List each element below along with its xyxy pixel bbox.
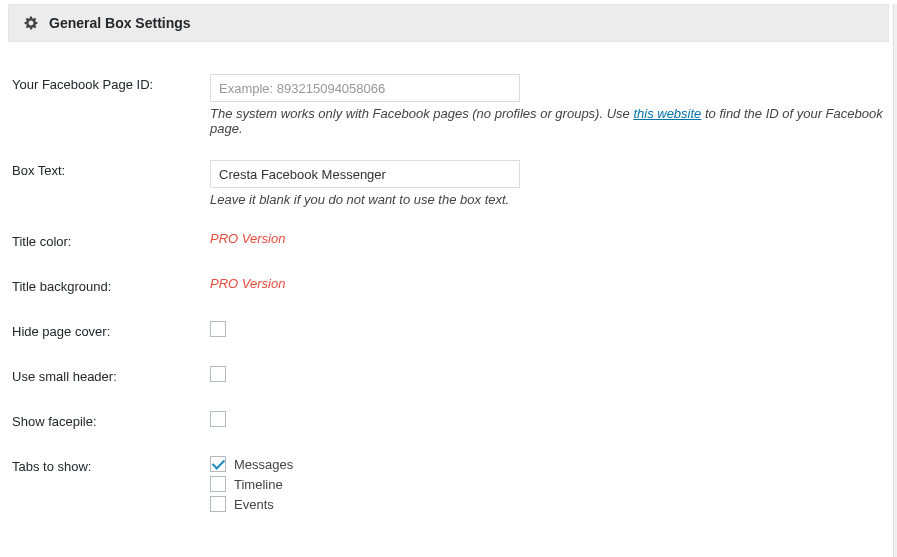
label-facebook-page-id: Your Facebook Page ID: <box>0 62 200 148</box>
tab-timeline-label: Timeline <box>234 477 283 492</box>
gear-icon <box>23 15 39 31</box>
use-small-header-checkbox[interactable] <box>210 366 226 382</box>
row-facebook-page-id: Your Facebook Page ID: The system works … <box>0 62 897 148</box>
row-use-small-header: Use small header: <box>0 354 897 399</box>
hide-page-cover-checkbox[interactable] <box>210 321 226 337</box>
tab-events-label: Events <box>234 497 274 512</box>
tab-option-timeline: Timeline <box>210 476 887 492</box>
panel-title: General Box Settings <box>49 15 191 31</box>
facebook-page-id-input[interactable] <box>210 74 520 102</box>
label-hide-page-cover: Hide page cover: <box>0 309 200 354</box>
label-show-facepile: Show facepile: <box>0 399 200 444</box>
label-title-color: Title color: <box>0 219 200 264</box>
tab-option-events: Events <box>210 496 887 512</box>
label-use-small-header: Use small header: <box>0 354 200 399</box>
tab-events-checkbox[interactable] <box>210 496 226 512</box>
show-facepile-checkbox[interactable] <box>210 411 226 427</box>
title-color-pro-badge: PRO Version <box>210 231 285 246</box>
tab-option-messages: Messages <box>210 456 887 472</box>
row-tabs-to-show: Tabs to show: Messages Timeline Events <box>0 444 897 528</box>
panel-header: General Box Settings <box>8 4 889 42</box>
box-text-description: Leave it blank if you do not want to use… <box>210 192 887 207</box>
label-tabs-to-show: Tabs to show: <box>0 444 200 528</box>
facebook-page-id-description: The system works only with Facebook page… <box>210 106 887 136</box>
settings-form: Your Facebook Page ID: The system works … <box>0 62 897 528</box>
row-show-facepile: Show facepile: <box>0 399 897 444</box>
row-box-text: Box Text: Leave it blank if you do not w… <box>0 148 897 219</box>
label-box-text: Box Text: <box>0 148 200 219</box>
row-title-background: Title background: PRO Version <box>0 264 897 309</box>
row-hide-page-cover: Hide page cover: <box>0 309 897 354</box>
title-background-pro-badge: PRO Version <box>210 276 285 291</box>
right-divider <box>893 4 897 557</box>
tab-timeline-checkbox[interactable] <box>210 476 226 492</box>
tab-messages-checkbox[interactable] <box>210 456 226 472</box>
box-text-input[interactable] <box>210 160 520 188</box>
tab-messages-label: Messages <box>234 457 293 472</box>
row-title-color: Title color: PRO Version <box>0 219 897 264</box>
label-title-background: Title background: <box>0 264 200 309</box>
this-website-link[interactable]: this website <box>633 106 701 121</box>
